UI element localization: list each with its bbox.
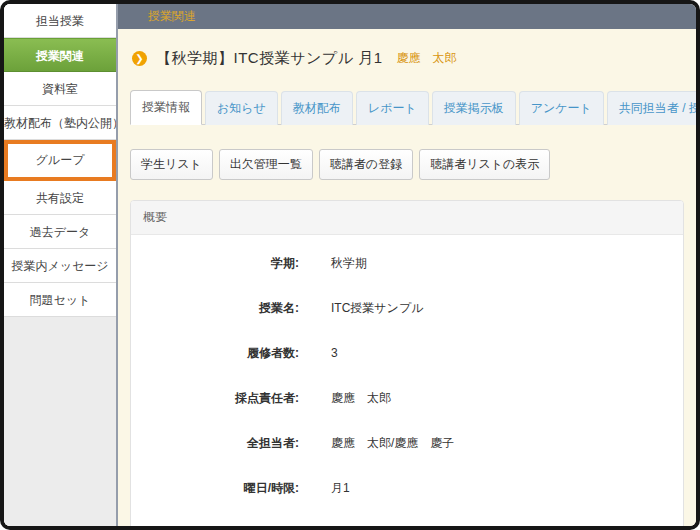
tab-material-distribution[interactable]: 教材配布 bbox=[281, 91, 353, 125]
sidebar-item-library[interactable]: 資料室 bbox=[4, 72, 116, 106]
field-value: 慶應 太郎 bbox=[331, 390, 391, 407]
page-header: ❯ 【秋学期】ITC授業サンプル 月1 慶應 太郎 bbox=[132, 49, 684, 68]
field-label: 全担当者: bbox=[131, 435, 299, 452]
student-list-button[interactable]: 学生リスト bbox=[130, 149, 213, 180]
field-row-enrollment-count: 履修者数: 3 bbox=[131, 345, 683, 362]
tab-announcements[interactable]: お知らせ bbox=[205, 91, 278, 125]
content-area: ❯ 【秋学期】ITC授業サンプル 月1 慶應 太郎 授業情報 お知らせ 教材配布… bbox=[118, 29, 696, 526]
action-buttons: 学生リスト 出欠管理一覧 聴講者の登録 聴講者リストの表示 bbox=[130, 149, 684, 180]
tab-co-instructors[interactable]: 共同担当者 / 授業補助者 bbox=[607, 91, 696, 125]
sidebar-item-material-distribution[interactable]: 教材配布（塾内公開） bbox=[4, 106, 116, 140]
screenshot-frame: 担当授業 授業関連 資料室 教材配布（塾内公開） グループ 共有設定 過去データ… bbox=[0, 0, 700, 530]
tab-survey[interactable]: アンケート bbox=[519, 91, 604, 125]
tab-bar: 授業情報 お知らせ 教材配布 レポート 授業掲示板 アンケート 共同担当者 / … bbox=[130, 90, 684, 125]
field-row-grading-lead: 採点責任者: 慶應 太郎 bbox=[131, 390, 683, 407]
tab-reports[interactable]: レポート bbox=[356, 91, 429, 125]
field-row-all-instructors: 全担当者: 慶應 太郎/慶應 慶子 bbox=[131, 435, 683, 452]
field-value: 3 bbox=[331, 346, 338, 360]
sidebar-item-class-messages[interactable]: 授業内メッセージ bbox=[4, 249, 116, 283]
sidebar-item-group[interactable]: グループ bbox=[4, 140, 116, 181]
sidebar-item-past-data[interactable]: 過去データ bbox=[4, 215, 116, 249]
main-area: 授業関連 ❯ 【秋学期】ITC授業サンプル 月1 慶應 太郎 授業情報 お知らせ… bbox=[118, 4, 696, 526]
sidebar-item-class-related[interactable]: 授業関連 bbox=[4, 38, 116, 72]
field-value: ITC授業サンプル bbox=[331, 300, 423, 317]
overview-panel: 概要 学期: 秋学期 授業名: ITC授業サンプル 履修者数: 3 bbox=[130, 200, 684, 526]
field-row-semester: 学期: 秋学期 bbox=[131, 255, 683, 272]
attendance-list-button[interactable]: 出欠管理一覧 bbox=[219, 149, 313, 180]
topbar-title: 授業関連 bbox=[148, 9, 196, 23]
auditor-register-button[interactable]: 聴講者の登録 bbox=[319, 149, 413, 180]
field-value: 慶應 太郎/慶應 慶子 bbox=[331, 435, 454, 452]
sidebar-item-share-settings[interactable]: 共有設定 bbox=[4, 181, 116, 215]
field-label: 履修者数: bbox=[131, 345, 299, 362]
tab-class-info[interactable]: 授業情報 bbox=[130, 90, 202, 125]
sidebar-item-assigned-classes[interactable]: 担当授業 bbox=[4, 4, 116, 38]
app-window: 担当授業 授業関連 資料室 教材配布（塾内公開） グループ 共有設定 過去データ… bbox=[4, 4, 696, 526]
tab-class-board[interactable]: 授業掲示板 bbox=[432, 91, 516, 125]
sidebar-filler bbox=[4, 317, 116, 526]
field-row-day-period: 曜日/時限: 月1 bbox=[131, 480, 683, 497]
sidebar: 担当授業 授業関連 資料室 教材配布（塾内公開） グループ 共有設定 過去データ… bbox=[4, 4, 118, 526]
topbar: 授業関連 bbox=[118, 4, 696, 29]
field-value: 秋学期 bbox=[331, 255, 367, 272]
field-row-class-name: 授業名: ITC授業サンプル bbox=[131, 300, 683, 317]
chevron-circle-icon[interactable]: ❯ bbox=[132, 51, 147, 66]
overview-panel-title: 概要 bbox=[131, 201, 683, 235]
field-label: 採点責任者: bbox=[131, 390, 299, 407]
field-label: 曜日/時限: bbox=[131, 480, 299, 497]
page-title: 【秋学期】ITC授業サンプル 月1 bbox=[156, 49, 383, 68]
instructor-name: 慶應 太郎 bbox=[397, 50, 457, 67]
field-value: 月1 bbox=[331, 480, 350, 497]
sidebar-item-question-sets[interactable]: 問題セット bbox=[4, 283, 116, 317]
overview-panel-body: 学期: 秋学期 授業名: ITC授業サンプル 履修者数: 3 採点責任者: bbox=[131, 235, 683, 526]
field-label: 学期: bbox=[131, 255, 299, 272]
auditor-list-button[interactable]: 聴講者リストの表示 bbox=[419, 149, 550, 180]
field-label: 授業名: bbox=[131, 300, 299, 317]
